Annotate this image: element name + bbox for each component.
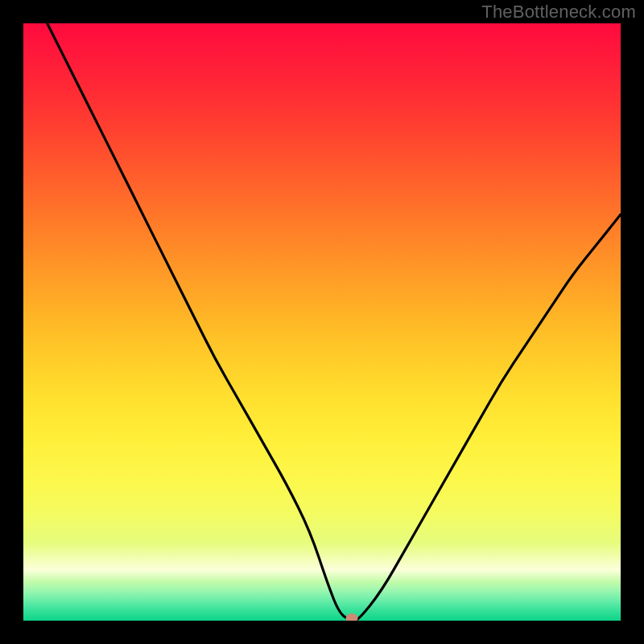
chart-frame: TheBottleneck.com bbox=[0, 0, 644, 644]
watermark-text: TheBottleneck.com bbox=[481, 2, 636, 23]
optimum-marker-icon bbox=[346, 613, 358, 621]
bottleneck-curve bbox=[23, 23, 621, 621]
plot-area bbox=[23, 23, 621, 621]
